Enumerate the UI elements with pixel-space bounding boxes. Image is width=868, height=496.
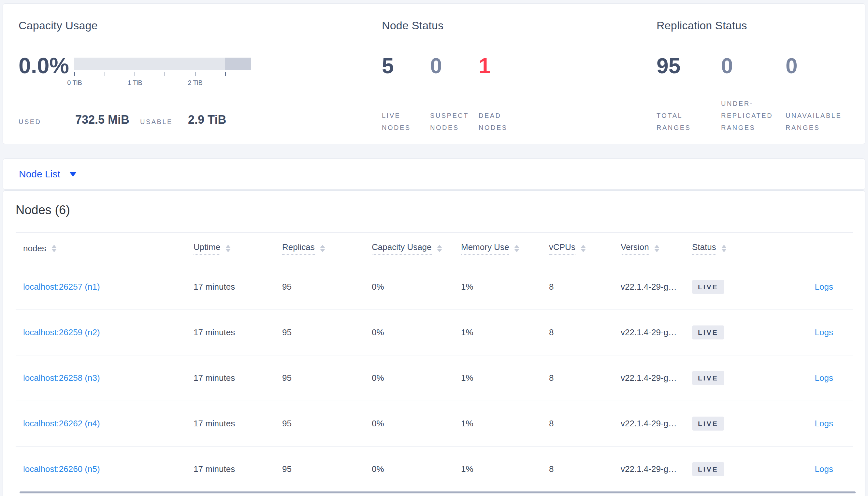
table-row: localhost:26257 (n1) 17 minutes 95 0% 1%… — [16, 264, 853, 310]
memory-use-cell: 1% — [461, 282, 549, 292]
column-header-nodes[interactable]: nodes — [16, 244, 194, 253]
node-link[interactable]: localhost:26259 (n2) — [23, 327, 100, 337]
status-badge: LIVE — [692, 417, 724, 431]
table-row: localhost:26258 (n3) 17 minutes 95 0% 1%… — [16, 355, 853, 401]
column-header-uptime[interactable]: Uptime — [194, 242, 282, 254]
table-row: localhost:26260 (n5) 17 minutes 95 0% 1%… — [16, 447, 853, 492]
replicas-cell: 95 — [282, 464, 372, 474]
total-ranges-label: TOTAL RANGES — [657, 110, 691, 134]
memory-use-cell: 1% — [461, 373, 549, 383]
replicas-cell: 95 — [282, 282, 372, 292]
replicas-cell: 95 — [282, 327, 372, 338]
cluster-summary-card: Capacity Usage 0.0% 0 TiB 1 TiB 2 TiB US… — [3, 3, 865, 144]
version-cell: v22.1.4-29-g… — [621, 282, 692, 292]
axis-tick — [195, 72, 195, 76]
vcpus-cell: 8 — [549, 419, 621, 429]
total-ranges-count: 95 — [657, 55, 680, 77]
sort-icon[interactable] — [722, 245, 726, 252]
status-badge: LIVE — [692, 325, 724, 339]
node-link[interactable]: localhost:26258 (n3) — [23, 373, 100, 383]
capacity-usage-cell: 0% — [372, 373, 461, 383]
unavailable-ranges-label: UNAVAILABLE RANGES — [785, 110, 842, 134]
vcpus-cell: 8 — [549, 464, 621, 474]
node-link[interactable]: localhost:26260 (n5) — [23, 464, 100, 474]
sort-icon[interactable] — [437, 245, 442, 252]
logs-link[interactable]: Logs — [815, 327, 833, 337]
version-cell: v22.1.4-29-g… — [621, 373, 692, 383]
version-cell: v22.1.4-29-g… — [621, 464, 692, 474]
capacity-usage-cell: 0% — [372, 464, 461, 474]
uptime-cell: 17 minutes — [194, 419, 282, 429]
sort-icon[interactable] — [320, 245, 325, 252]
logs-link[interactable]: Logs — [815, 464, 833, 474]
logs-link[interactable]: Logs — [815, 282, 833, 292]
logs-link[interactable]: Logs — [815, 373, 833, 383]
table-row: localhost:26259 (n2) 17 minutes 95 0% 1%… — [16, 310, 853, 355]
replicas-cell: 95 — [282, 373, 372, 383]
axis-tick — [105, 72, 105, 76]
replication-status-title: Replication Status — [657, 19, 747, 32]
live-nodes-label: LIVE NODES — [382, 110, 411, 134]
column-header-status[interactable]: Status — [692, 242, 783, 254]
axis-tick — [165, 72, 165, 76]
axis-tick — [135, 72, 135, 76]
uptime-cell: 17 minutes — [194, 373, 282, 383]
memory-use-cell: 1% — [461, 419, 549, 429]
used-value: 732.5 MiB — [75, 113, 129, 127]
dead-nodes-label: DEAD NODES — [479, 110, 508, 134]
usable-label: USABLE — [140, 118, 173, 126]
suspect-nodes-label: SUSPECT NODES — [430, 110, 469, 134]
nodes-table-card: Nodes (6) nodes Uptime Replicas Capacity… — [3, 190, 865, 496]
sort-icon[interactable] — [581, 245, 585, 252]
under-replicated-ranges-count: 0 — [721, 55, 733, 77]
nodes-table-title: Nodes (6) — [16, 203, 70, 217]
node-list-dropdown[interactable]: Node List — [3, 158, 865, 190]
unavailable-ranges-count: 0 — [785, 55, 798, 77]
dead-nodes-count: 1 — [479, 55, 491, 77]
cluster-overview-page: { "summary": { "capacity": { "title": "C… — [0, 0, 868, 496]
capacity-usage-cell: 0% — [372, 419, 461, 429]
replicas-cell: 95 — [282, 419, 372, 429]
column-header-memory-use[interactable]: Memory Use — [461, 242, 549, 254]
nodes-table: nodes Uptime Replicas Capacity Usage Mem… — [16, 232, 853, 492]
uptime-cell: 17 minutes — [194, 327, 282, 338]
column-header-vcpus[interactable]: vCPUs — [549, 242, 621, 254]
sort-icon[interactable] — [226, 245, 230, 252]
axis-tick-label: 0 TiB — [67, 79, 82, 87]
capacity-usage-cell: 0% — [372, 327, 461, 338]
axis-tick-label: 2 TiB — [188, 79, 203, 87]
horizontal-scrollbar[interactable] — [19, 492, 856, 493]
uptime-cell: 17 minutes — [194, 464, 282, 474]
node-status-title: Node Status — [382, 19, 444, 32]
sort-icon[interactable] — [52, 245, 56, 252]
capacity-usage-cell: 0% — [372, 282, 461, 292]
chevron-down-icon — [70, 172, 77, 177]
sort-icon[interactable] — [514, 245, 519, 252]
capacity-bar-chart — [74, 58, 251, 70]
node-link[interactable]: localhost:26262 (n4) — [23, 419, 100, 428]
axis-tick — [74, 72, 75, 76]
vcpus-cell: 8 — [549, 327, 621, 338]
version-cell: v22.1.4-29-g… — [621, 327, 692, 338]
column-header-replicas[interactable]: Replicas — [282, 242, 372, 254]
node-link[interactable]: localhost:26257 (n1) — [23, 282, 100, 292]
sort-icon[interactable] — [655, 245, 659, 252]
under-replicated-ranges-label: UNDER- REPLICATED RANGES — [721, 98, 773, 134]
status-badge: LIVE — [692, 371, 724, 385]
column-header-version[interactable]: Version — [621, 242, 692, 254]
capacity-percent: 0.0% — [18, 55, 69, 77]
memory-use-cell: 1% — [461, 327, 549, 338]
table-header-row: nodes Uptime Replicas Capacity Usage Mem… — [16, 233, 853, 264]
axis-tick-label: 1 TiB — [128, 79, 143, 87]
status-badge: LIVE — [692, 462, 724, 476]
status-badge: LIVE — [692, 280, 724, 294]
uptime-cell: 17 minutes — [194, 282, 282, 292]
column-header-capacity-usage[interactable]: Capacity Usage — [372, 242, 461, 254]
logs-link[interactable]: Logs — [815, 419, 833, 428]
node-list-dropdown-label: Node List — [19, 169, 60, 180]
used-label: USED — [18, 118, 41, 126]
table-row: localhost:26262 (n4) 17 minutes 95 0% 1%… — [16, 401, 853, 447]
suspect-nodes-count: 0 — [430, 55, 442, 77]
capacity-bar-end-segment — [225, 58, 251, 70]
vcpus-cell: 8 — [549, 373, 621, 383]
